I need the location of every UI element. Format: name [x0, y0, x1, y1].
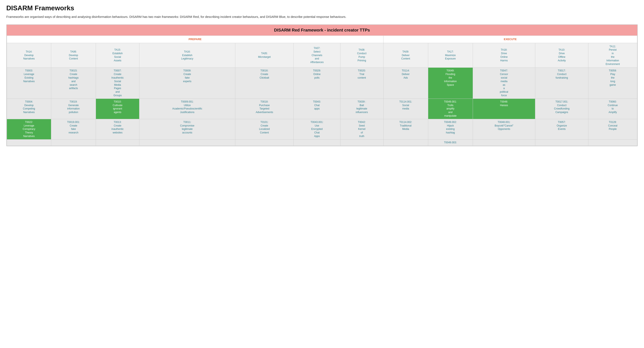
execute-section-header: EXECUTE	[383, 36, 637, 43]
table-cell[interactable]	[535, 139, 588, 146]
table-cell[interactable]: T0043.001: Use Encrypted Chat Apps	[294, 119, 340, 139]
table-cell[interactable]	[588, 139, 637, 146]
table-cell[interactable]: T0017: Conduct fundraising	[535, 68, 588, 99]
table-cell[interactable]: T0042: Seed Kernel of truth	[340, 119, 383, 139]
table-cell[interactable]: T0114: Deliver Ads	[383, 68, 428, 99]
tactic-header-ta15: TA15: Establish Social Assets	[96, 43, 140, 68]
table-cell[interactable]	[340, 139, 383, 146]
table-cell[interactable]: T0101: Create Localized Content	[235, 119, 294, 139]
table-cell[interactable]: T0060: Continue to Amplify	[588, 99, 637, 119]
table-cell[interactable]: T0004: Develop Competing Narratives	[7, 99, 51, 119]
table-cell[interactable]: T0048: Harass	[473, 99, 535, 119]
table-cell[interactable]	[96, 139, 140, 146]
table-cell[interactable]: T0128: Conceal People	[588, 119, 637, 139]
table-cell[interactable]	[383, 139, 428, 146]
tactic-header-ta05: TA05: Microtarget	[235, 43, 294, 68]
table-cell[interactable]: T0016: Create Clickbait	[235, 68, 294, 99]
table-cell[interactable]: T0049.002: Hijack existing hashtag	[428, 119, 473, 139]
framework-table-wrapper: DISARM Red Framework - incident creator …	[6, 24, 638, 146]
table-cell[interactable]: T0114.002: Traditional Media	[383, 119, 428, 139]
table-cell[interactable]: T0049: Flooding the Information Space	[428, 68, 473, 99]
table-cell[interactable]: T0029: Online polls	[294, 68, 340, 99]
tactic-header-ta06: TA06: Develop Content	[51, 43, 96, 68]
tactic-header-ta10: TA10: Drive Offline Activity	[535, 43, 588, 68]
table-cell[interactable]: T0019.001: Create fake research	[51, 119, 96, 139]
table-row: T0022: Leverage Conspiracy Theory Narrat…	[7, 119, 637, 139]
section-header-row: PREPARE EXECUTE	[7, 36, 637, 43]
tactic-header-ta17: TA17: Maximize Exposure	[428, 43, 473, 68]
table-cell[interactable]: T0010: Cultivate ignorant agents	[96, 99, 140, 119]
table-cell[interactable]: T0017.001: Conduct Crowdfunding Campaign…	[535, 99, 588, 119]
tactic-header-ta09: TA09: Deliver Content	[383, 43, 428, 68]
table-cell[interactable]	[473, 139, 535, 146]
table-cell[interactable]	[235, 139, 294, 146]
tactic-header-ta11: TA11: Persist in the Information Environ…	[588, 43, 637, 68]
tactic-header-ta08: TA08: Conduct Pump Priming	[340, 43, 383, 68]
table-cell[interactable]	[140, 139, 235, 146]
page-title: DISARM Frameworks	[6, 4, 638, 12]
tactic-header-ta18: TA18: Drive Online Harms	[473, 43, 535, 68]
table-cell[interactable]: T0114.001: Social media	[383, 99, 428, 119]
table-cell[interactable]: T0057: Organize Events	[535, 119, 588, 139]
table-cell[interactable]: T0019: Generate information pollution	[51, 99, 96, 119]
tactic-header-ta07: TA07: Select Channels and Affordances	[294, 43, 340, 68]
table-row: T0003: Leverage Existing NarrativesT0015…	[7, 68, 637, 99]
table-cell[interactable]: T0047: Censor social media as a politica…	[473, 68, 535, 99]
table-cell[interactable]	[294, 139, 340, 146]
table-cell[interactable]: T0039 : Bait legitimate influencers	[340, 99, 383, 119]
tactics-row: TA14: Develop NarrativesTA06: Develop Co…	[7, 43, 637, 68]
table-cell[interactable]: T0049.001: Trolls amplify and manipulate	[428, 99, 473, 119]
page-subtitle: Frameworks are organised ways of describ…	[6, 15, 638, 19]
table-row: T0004: Develop Competing NarrativesT0019…	[7, 99, 637, 119]
table-cell[interactable]: T0013: Create inauthentic websites	[96, 119, 140, 139]
table-cell[interactable]: T0009: Create fake experts	[140, 68, 235, 99]
table-cell[interactable]: T0003: Leverage Existing Narratives	[7, 68, 51, 99]
table-cell[interactable]: T0020: Trial content	[340, 68, 383, 99]
framework-title: DISARM Red Framework - incident creator …	[7, 25, 637, 36]
table-cell[interactable]: T0022: Leverage Conspiracy Theory Narrat…	[7, 119, 51, 139]
table-cell[interactable]: T0009.001: Utilize Academic/Pseudoscient…	[140, 99, 235, 119]
table-cell[interactable]: T0043: Chat apps	[294, 99, 340, 119]
tactic-header-ta16: TA16: Establish Legitimacy	[140, 43, 235, 68]
table-cell[interactable]: T0015: Create hashtags and search artifa…	[51, 68, 96, 99]
table-cell[interactable]: T0049.003:	[428, 139, 473, 146]
table-cell[interactable]: T0048.001: Boycott/"Cancel" Opponents	[473, 119, 535, 139]
table-cell[interactable]: T0059: Play the long game	[588, 68, 637, 99]
table-cell[interactable]: T0007: Create Inauthentic Social Media P…	[96, 68, 140, 99]
tactic-header-ta14: TA14: Develop Narratives	[7, 43, 51, 68]
prepare-section-header: PREPARE	[7, 36, 384, 43]
table-cell[interactable]: T0011: Compromise legitimate accounts	[140, 119, 235, 139]
table-cell[interactable]	[7, 139, 51, 146]
table-cell[interactable]: T0018: Purchase Targeted Advertisements	[235, 99, 294, 119]
framework-table: PREPARE EXECUTE TA14: Develop Narratives…	[7, 36, 637, 146]
table-cell[interactable]	[51, 139, 96, 146]
table-row: T0049.003:	[7, 139, 637, 146]
